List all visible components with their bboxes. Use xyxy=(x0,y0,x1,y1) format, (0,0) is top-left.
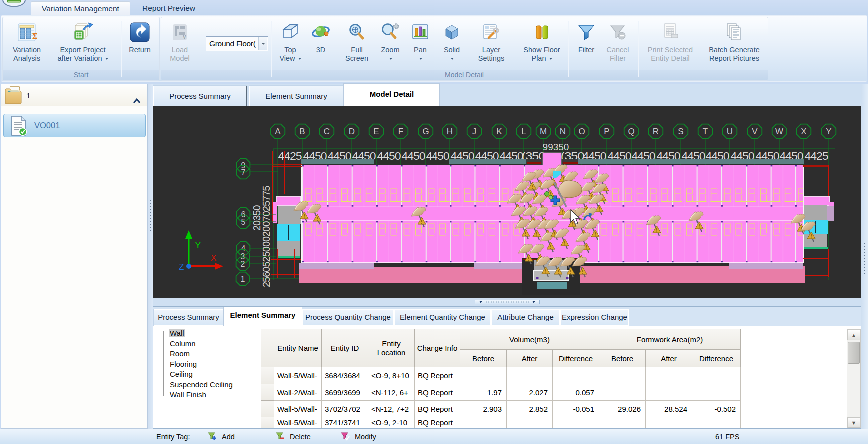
svg-text:Z: Z xyxy=(179,262,184,272)
svg-text:N: N xyxy=(560,127,566,136)
svg-text:W: W xyxy=(775,127,783,136)
svg-text:B: B xyxy=(299,127,305,136)
svg-text:4425: 4425 xyxy=(278,150,302,162)
svg-text:L: L xyxy=(521,127,526,136)
svg-text:5: 5 xyxy=(241,218,246,226)
svg-text:4425: 4425 xyxy=(805,150,829,162)
svg-text:4450: 4450 xyxy=(426,150,450,162)
svg-text:J: J xyxy=(472,127,477,136)
svg-text:Y: Y xyxy=(826,127,831,136)
svg-text:M: M xyxy=(540,127,547,136)
svg-text:X: X xyxy=(211,253,216,263)
svg-text:K: K xyxy=(496,127,502,136)
svg-text:D: D xyxy=(349,127,355,136)
svg-text:4450: 4450 xyxy=(402,150,426,162)
svg-text:2: 2 xyxy=(241,260,245,268)
svg-text:4450: 4450 xyxy=(377,150,401,162)
svg-text:A: A xyxy=(275,127,281,136)
svg-text:7: 7 xyxy=(241,168,246,177)
svg-text:O: O xyxy=(578,127,585,136)
svg-text:Q: Q xyxy=(628,127,634,136)
svg-text:E: E xyxy=(373,127,379,136)
svg-text:S: S xyxy=(678,127,683,136)
svg-text:1: 1 xyxy=(241,275,245,283)
svg-text:P: P xyxy=(604,127,609,136)
svg-text:G: G xyxy=(422,127,429,136)
svg-text:V: V xyxy=(752,127,758,136)
svg-text:F: F xyxy=(398,127,403,136)
svg-text:Σ: Σ xyxy=(32,31,37,41)
svg-text:U: U xyxy=(727,127,733,136)
svg-text:T: T xyxy=(703,127,708,136)
svg-text:R: R xyxy=(653,127,659,136)
svg-text:4: 4 xyxy=(241,244,246,253)
svg-text:V: V xyxy=(183,34,186,40)
svg-text:C: C xyxy=(324,127,330,136)
svg-text:H: H xyxy=(447,127,453,136)
svg-text:X: X xyxy=(801,127,806,136)
svg-text:25605250002007025775: 25605250002007025775 xyxy=(261,186,272,287)
svg-text:Y: Y xyxy=(195,240,201,250)
